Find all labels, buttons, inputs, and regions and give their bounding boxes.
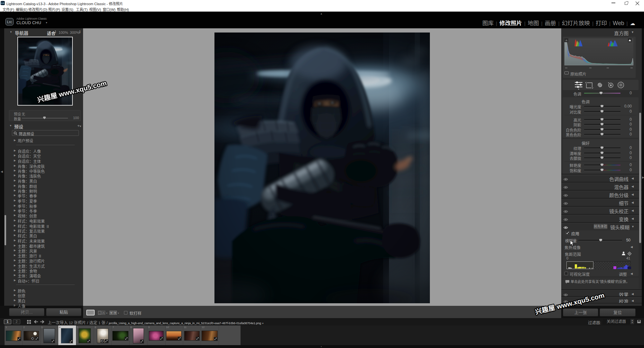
svg-text:兴趣屋 www.xqu5.com: 兴趣屋 www.xqu5.com — [534, 291, 605, 316]
svg-text:兴趣屋 www.xqu5.com: 兴趣屋 www.xqu5.com — [36, 79, 107, 104]
